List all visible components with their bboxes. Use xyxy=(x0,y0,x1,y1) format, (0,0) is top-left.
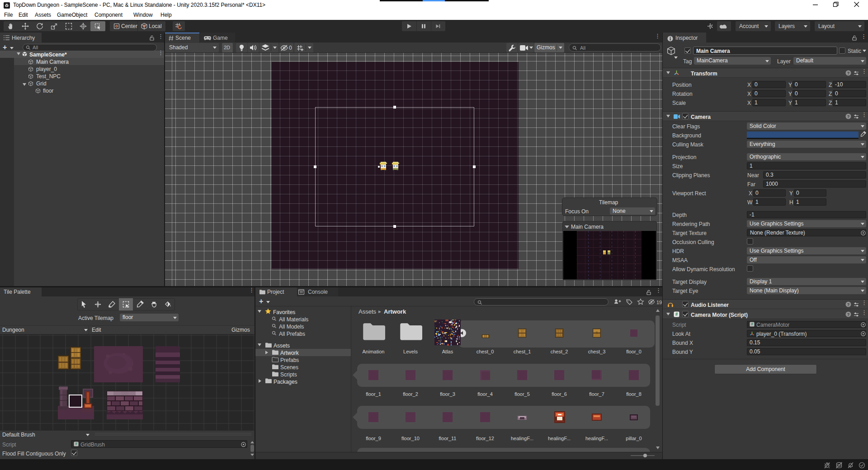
svg-text:#: # xyxy=(75,442,77,446)
svg-text:?: ? xyxy=(847,114,850,119)
svg-text:#: # xyxy=(675,312,678,317)
svg-text:?: ? xyxy=(847,302,850,307)
svg-text:?: ? xyxy=(847,71,850,75)
svg-text:#: # xyxy=(751,322,753,326)
svg-text:?: ? xyxy=(847,312,850,317)
